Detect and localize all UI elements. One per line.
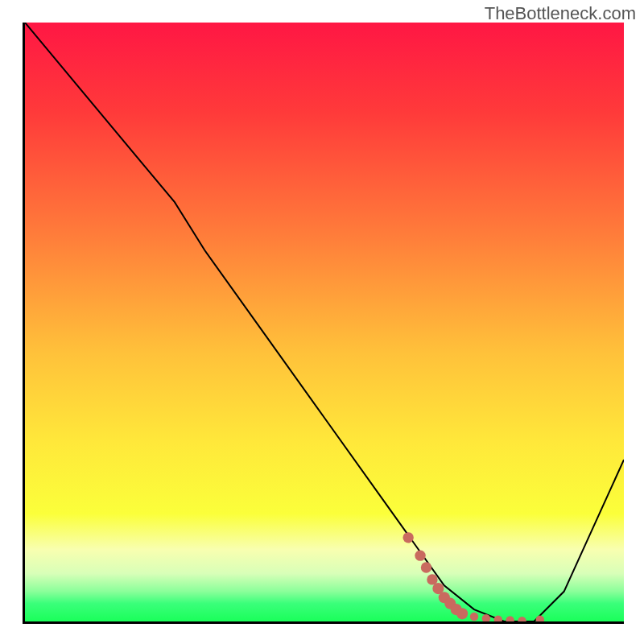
chart-container: TheBottleneck.com	[0, 0, 644, 644]
svg-rect-0	[25, 23, 624, 621]
plot-area	[23, 23, 624, 624]
gradient-background	[25, 23, 624, 621]
watermark-text: TheBottleneck.com	[485, 3, 636, 24]
